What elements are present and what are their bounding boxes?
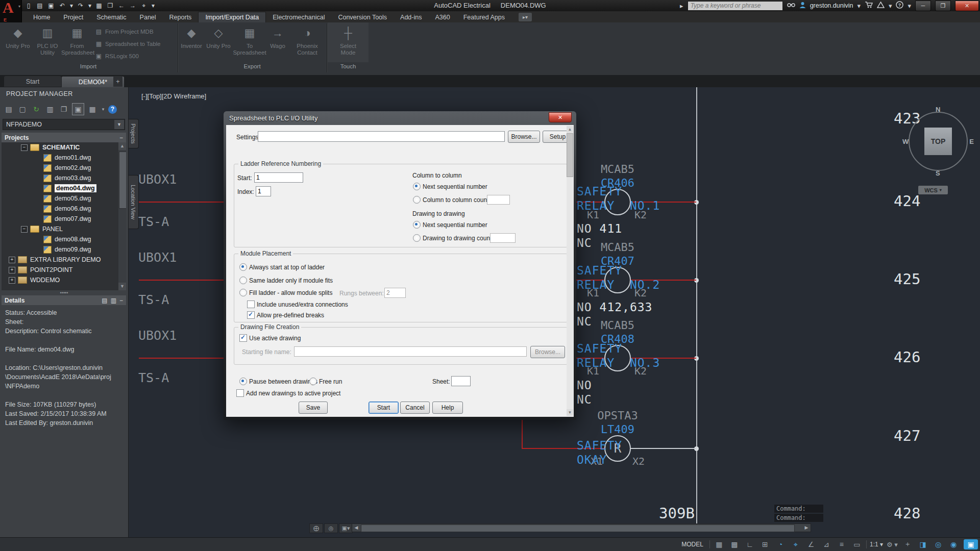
tab-import-export-data[interactable]: Import/Export Data	[198, 12, 266, 22]
publish-icon[interactable]: ▣	[72, 103, 84, 115]
tree-item-demo09[interactable]: demo09.dwg	[2, 244, 126, 255]
a360-dropdown-icon[interactable]: ▾	[889, 2, 892, 10]
scroll-left-icon[interactable]: ◀	[352, 524, 360, 532]
annotation-scale-button[interactable]: 1:1 ▾	[869, 539, 884, 549]
compass-east[interactable]: E	[969, 138, 974, 145]
file-tab-start[interactable]: Start	[4, 76, 61, 87]
minimize-button[interactable]: ─	[915, 1, 931, 11]
help-button[interactable]: Help	[432, 402, 463, 414]
sheet-input[interactable]	[451, 376, 471, 386]
plot-icon[interactable]: ▦	[87, 104, 98, 115]
command-prompt-line[interactable]: Command:	[774, 514, 823, 522]
polar-tracking-icon[interactable]: ◔	[773, 539, 788, 549]
tab-electromechanical[interactable]: Electromechanical	[266, 12, 331, 22]
tab-panel[interactable]: Panel	[133, 12, 163, 22]
panel-label-touch[interactable]: Touch	[328, 63, 369, 69]
combo-dropdown-icon[interactable]: ▼	[114, 120, 124, 129]
pause-between-drawings-radio[interactable]	[239, 378, 247, 385]
dialog-title[interactable]: Spreadsheet to PLC I/O Utility	[226, 111, 574, 125]
projects-section-header[interactable]: Projects −	[2, 133, 126, 142]
model-space-button[interactable]: MODEL	[677, 539, 707, 549]
tree-scrollbar[interactable]: ▲ ▼	[118, 142, 126, 290]
compass-west[interactable]: W	[902, 138, 909, 145]
tree-item-extra-library-demo[interactable]: + EXTRA LIBRARY DEMO	[2, 255, 126, 265]
same-ladder-radio[interactable]	[239, 277, 247, 284]
add-new-drawings-checkbox[interactable]	[236, 389, 244, 397]
tree-item-demo06[interactable]: demo06.dwg	[2, 204, 126, 214]
expand-expander-icon[interactable]: +	[9, 267, 15, 273]
scroll-down-icon[interactable]: ▼	[567, 409, 573, 416]
close-button[interactable]: ✕	[955, 1, 979, 11]
drawing-to-drawing-count-radio[interactable]	[413, 234, 421, 242]
allow-predefined-breaks-checkbox[interactable]	[247, 311, 255, 319]
use-active-drawing-label[interactable]: Use active drawing	[249, 335, 301, 342]
viewcube-top-face[interactable]: TOP	[924, 128, 952, 155]
drawing-next-sequential-radio[interactable]	[413, 221, 421, 229]
projects-collapse-icon[interactable]: −	[119, 134, 123, 141]
tree-item-demo08[interactable]: demo08.dwg	[2, 234, 126, 244]
fill-ladder-label[interactable]: Fill ladder - allow module splits	[249, 289, 332, 296]
tree-item-schematic[interactable]: − SCHEMATIC	[2, 142, 126, 153]
object-isolate-icon[interactable]: ◎	[931, 539, 945, 549]
ortho-mode-icon[interactable]: ∟	[743, 539, 757, 549]
project-combo[interactable]: NFPADEMO ▼	[3, 119, 125, 130]
include-unused-checkbox[interactable]	[247, 300, 255, 308]
compass-south[interactable]: S	[936, 169, 940, 177]
tab-conversion-tools[interactable]: Conversion Tools	[331, 12, 394, 22]
tab-home[interactable]: Home	[27, 12, 57, 22]
palette-tab-projects[interactable]: Projects	[128, 119, 139, 148]
start-input[interactable]	[254, 172, 303, 183]
add-new-drawings-label[interactable]: Add new drawings to active project	[246, 390, 340, 397]
help-dropdown-icon[interactable]: ▾	[908, 2, 911, 10]
index-input[interactable]	[256, 186, 271, 196]
object-snap-icon[interactable]: ⌖	[789, 539, 803, 549]
tab-reports[interactable]: Reports	[163, 12, 199, 22]
dialog-scrollbar[interactable]: ▲ ▼	[567, 126, 573, 416]
palette-tab-location-view[interactable]: Location View	[128, 175, 139, 229]
toolbar-dropdown-icon[interactable]: ▾	[101, 104, 106, 115]
tab-a360[interactable]: A360	[428, 12, 456, 22]
app-store-cart-icon[interactable]	[865, 2, 873, 10]
signed-in-user[interactable]: greston.dunivin	[810, 2, 853, 9]
tree-item-demo04-selected[interactable]: demo04.dwg	[2, 183, 126, 193]
column-to-column-count-label[interactable]: Column to column count:	[423, 196, 491, 204]
steering-wheel-icon[interactable]: ▣▾	[339, 523, 353, 533]
next-sequential-number-radio[interactable]	[413, 183, 421, 190]
palette-splitter[interactable]: •••••	[0, 292, 128, 295]
tree-item-point2point[interactable]: + POINT2POINT	[2, 265, 126, 275]
search-icon[interactable]	[787, 2, 795, 10]
tab-project[interactable]: Project	[57, 12, 90, 22]
collapse-expander-icon[interactable]: −	[21, 226, 28, 233]
preview-view-icon[interactable]: ▥	[111, 297, 116, 304]
free-run-label[interactable]: Free run	[319, 378, 342, 385]
drawing-next-sequential-label[interactable]: Next sequential number	[423, 221, 487, 229]
expand-expander-icon[interactable]: +	[9, 257, 15, 263]
copy-project-icon[interactable]: ❐	[58, 104, 69, 115]
new-tab-button[interactable]: +	[113, 76, 122, 87]
details-section-header[interactable]: Details ▤ ▥ −	[2, 295, 126, 305]
next-sequential-number-label[interactable]: Next sequential number	[423, 183, 487, 190]
workspace-switching-icon[interactable]: ⚙ ▾	[885, 539, 899, 549]
save-button[interactable]: Save	[299, 402, 328, 414]
compass-north[interactable]: N	[936, 106, 940, 113]
cancel-button[interactable]: Cancel	[400, 402, 430, 414]
fill-ladder-radio[interactable]	[239, 289, 247, 296]
user-dropdown-icon[interactable]: ▾	[857, 2, 861, 10]
pause-between-drawings-label[interactable]: Pause between drawings	[249, 378, 317, 385]
start-button[interactable]: Start	[369, 402, 399, 414]
always-start-top-label[interactable]: Always start at top of ladder	[249, 264, 325, 271]
ribbon-display-toggle-icon[interactable]: ▸▾	[519, 13, 532, 21]
graphics-performance-icon[interactable]: ◉	[946, 539, 961, 549]
refresh-icon[interactable]: ↻	[31, 104, 42, 115]
quick-properties-icon[interactable]: ◨	[916, 539, 930, 549]
annotation-monitor-icon[interactable]: ＋	[900, 539, 915, 549]
clean-screen-icon[interactable]: ▣	[964, 539, 978, 549]
tree-item-demo02[interactable]: demo02.dwg	[2, 163, 126, 173]
column-to-column-count-radio[interactable]	[413, 196, 421, 204]
dialog-close-button[interactable]: ✕	[549, 112, 572, 122]
tree-item-demo03[interactable]: demo03.dwg	[2, 173, 126, 183]
new-drawing-icon[interactable]: ▢	[17, 104, 28, 115]
project-manager-icon[interactable]: ▤	[3, 104, 14, 115]
search-flyout-icon[interactable]: ▸	[680, 2, 683, 10]
logo-dropdown-icon[interactable]: ▾	[18, 4, 20, 9]
